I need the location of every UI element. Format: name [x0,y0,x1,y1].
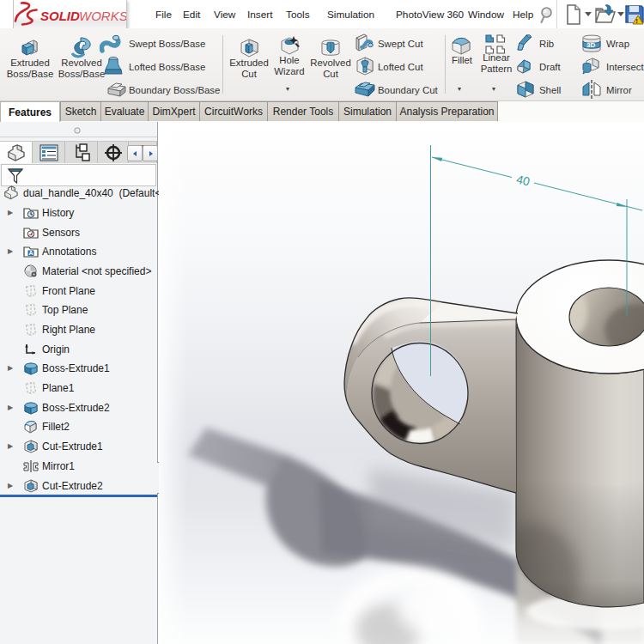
svg-text:SOLID: SOLID [40,9,80,23]
svg-text:WORKS: WORKS [79,9,126,23]
svg-text:3D: 3D [586,41,595,49]
svg-text:A: A [28,250,33,256]
svg-text:!: ! [635,17,638,25]
svg-text:40: 40 [515,172,532,188]
